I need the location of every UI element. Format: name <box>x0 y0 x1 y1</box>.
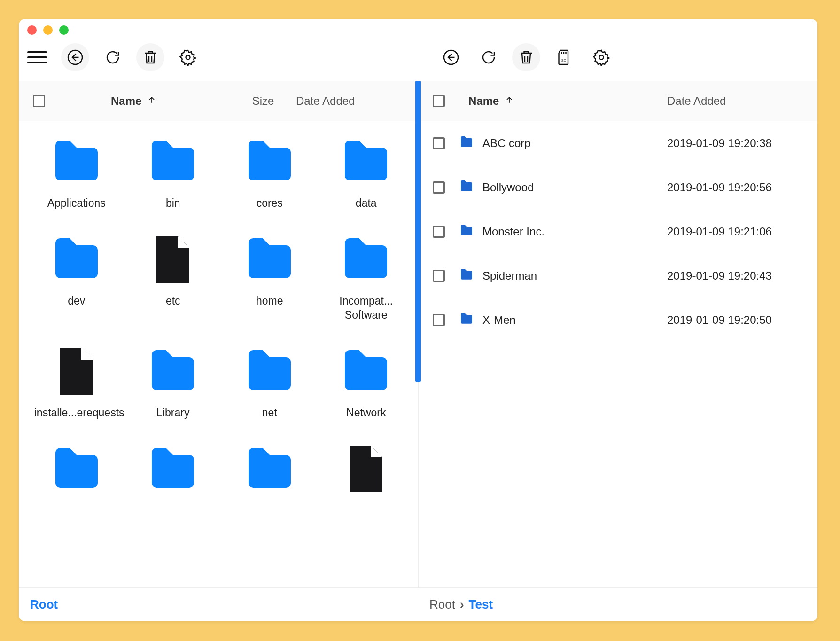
grid-item-label: Network <box>346 406 386 420</box>
grid-item[interactable] <box>319 439 414 504</box>
row-name: Monster Inc. <box>482 225 544 238</box>
column-name[interactable]: Name <box>59 94 230 108</box>
minimize-window-button[interactable] <box>43 25 53 35</box>
grid-item[interactable]: etc <box>126 229 221 322</box>
folder-icon <box>232 229 307 289</box>
refresh-button[interactable] <box>99 43 127 71</box>
footer: Root Root›Test <box>19 587 817 621</box>
right-list: ABC corp2019-01-09 19:20:38Bollywood2019… <box>419 121 817 587</box>
row-checkbox[interactable] <box>433 314 445 326</box>
grid-item-label: Applications <box>47 196 106 211</box>
grid-item-label: net <box>262 406 277 420</box>
column-name[interactable]: Name <box>459 94 667 108</box>
grid-item-label: etc <box>166 294 180 308</box>
right-pane: Name Date Added ABC corp2019-01-09 19:20… <box>418 81 817 587</box>
breadcrumb-item[interactable]: Root <box>429 597 455 612</box>
folder-icon <box>328 229 404 289</box>
grid-item[interactable]: home <box>222 229 317 322</box>
settings-button[interactable] <box>174 43 202 71</box>
app-window: Name Size Date Added Applicationsbincore… <box>19 19 817 621</box>
folder-icon <box>459 223 474 241</box>
folder-icon <box>135 439 210 499</box>
folder-icon <box>135 341 210 401</box>
settings-button[interactable] <box>587 43 615 71</box>
storage-button[interactable] <box>550 43 578 71</box>
refresh-icon <box>104 49 121 66</box>
grid-item[interactable]: Network <box>319 341 414 420</box>
column-date[interactable]: Date Added <box>296 94 418 108</box>
select-all-checkbox[interactable] <box>433 95 445 107</box>
delete-button[interactable] <box>136 43 164 71</box>
row-name: X-Men <box>482 313 516 327</box>
grid-item[interactable]: Applications <box>29 132 124 211</box>
column-name-label: Name <box>468 94 499 108</box>
column-name-label: Name <box>111 94 141 108</box>
row-date: 2019-01-09 19:20:38 <box>667 137 817 150</box>
grid-item[interactable]: bin <box>126 132 221 211</box>
list-row[interactable]: Spiderman2019-01-09 19:20:43 <box>419 254 817 298</box>
grid-item-label: bin <box>166 196 180 211</box>
grid-item-label: cores <box>257 196 283 211</box>
right-toolbar <box>418 39 817 81</box>
folder-icon <box>39 229 114 289</box>
grid-item[interactable]: data <box>319 132 414 211</box>
back-button[interactable] <box>437 43 465 71</box>
menu-button[interactable] <box>27 51 47 63</box>
list-row[interactable]: ABC corp2019-01-09 19:20:38 <box>419 121 817 165</box>
folder-icon <box>459 267 474 285</box>
folder-icon <box>328 132 404 192</box>
row-date: 2019-01-09 19:20:50 <box>667 313 817 327</box>
toolbars-row <box>19 39 817 81</box>
sort-asc-icon <box>147 94 156 108</box>
grid-item[interactable] <box>126 439 221 504</box>
left-toolbar <box>19 39 418 81</box>
left-column-header: Name Size Date Added <box>19 81 418 121</box>
column-size-label: Size <box>252 94 274 107</box>
folder-icon <box>232 341 307 401</box>
grid-item[interactable] <box>222 439 317 504</box>
arrow-back-icon <box>443 49 459 66</box>
folder-icon <box>232 132 307 192</box>
row-checkbox[interactable] <box>433 137 445 149</box>
grid-item[interactable]: Incompat... Software <box>319 229 414 322</box>
close-window-button[interactable] <box>27 25 37 35</box>
trash-icon <box>518 49 535 66</box>
grid-item-label: installe...erequests <box>34 406 119 420</box>
delete-button[interactable] <box>512 43 540 71</box>
back-button[interactable] <box>61 43 89 71</box>
trash-icon <box>142 49 159 66</box>
grid-item[interactable]: dev <box>29 229 124 322</box>
column-date[interactable]: Date Added <box>667 94 817 108</box>
file-icon <box>328 439 404 499</box>
folder-icon <box>39 439 114 499</box>
column-size[interactable]: Size <box>230 94 296 108</box>
folder-icon <box>135 132 210 192</box>
refresh-button[interactable] <box>474 43 503 71</box>
grid-item[interactable]: net <box>222 341 317 420</box>
right-column-header: Name Date Added <box>419 81 817 121</box>
row-checkbox[interactable] <box>433 181 445 194</box>
column-date-label: Date Added <box>296 94 355 107</box>
chevron-right-icon: › <box>460 597 464 612</box>
folder-icon <box>459 179 474 196</box>
breadcrumb-item[interactable]: Root <box>30 597 58 612</box>
list-row[interactable]: Monster Inc.2019-01-09 19:21:06 <box>419 210 817 254</box>
refresh-icon <box>480 49 497 66</box>
grid-item[interactable] <box>29 439 124 504</box>
folder-icon <box>328 341 404 401</box>
row-checkbox[interactable] <box>433 270 445 282</box>
select-all-checkbox[interactable] <box>33 95 45 107</box>
row-checkbox[interactable] <box>433 226 445 238</box>
list-row[interactable]: Bollywood2019-01-09 19:20:56 <box>419 165 817 210</box>
grid-item[interactable]: installe...erequests <box>29 341 124 420</box>
sort-asc-icon <box>505 94 514 108</box>
grid-item[interactable]: cores <box>222 132 317 211</box>
list-row[interactable]: X-Men2019-01-09 19:20:50 <box>419 298 817 342</box>
maximize-window-button[interactable] <box>59 25 69 35</box>
breadcrumb-item[interactable]: Test <box>469 597 493 612</box>
left-breadcrumbs: Root <box>19 588 418 621</box>
sd-card-icon <box>555 49 572 66</box>
grid-item[interactable]: Library <box>126 341 221 420</box>
folder-icon <box>459 311 474 329</box>
pane-divider[interactable] <box>415 81 421 382</box>
